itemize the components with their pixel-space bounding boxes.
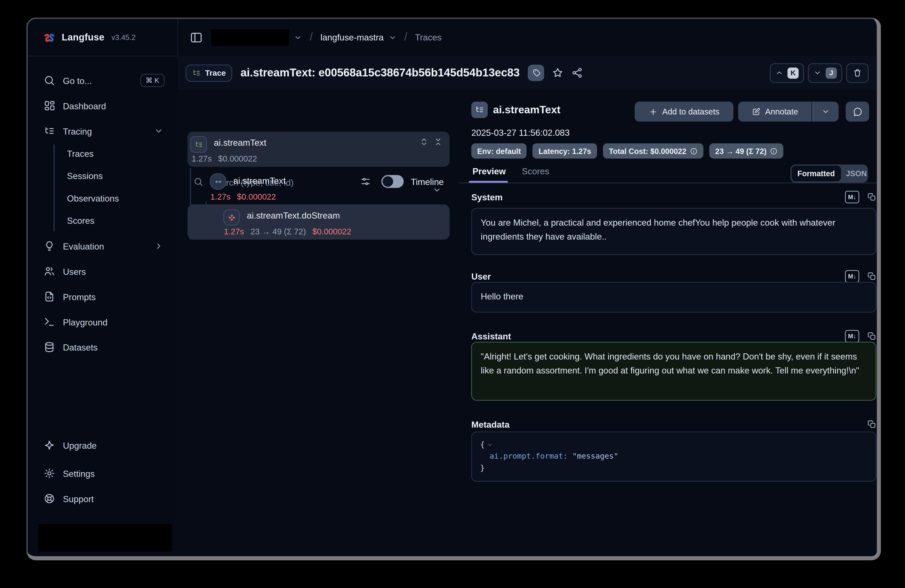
copy-icon[interactable] [867, 192, 876, 201]
section-role-label: System [471, 192, 503, 202]
markdown-toggle-icon[interactable]: M↓ [845, 270, 859, 282]
list-tree-icon [192, 68, 201, 77]
badge-label: Total Cost: $0.000022 [609, 147, 687, 155]
trace-metric-badges: Env: default Latency: 1.27s Total Cost: … [471, 143, 783, 159]
users-icon [44, 265, 56, 277]
list-tree-icon [475, 105, 484, 114]
delete-trace-button[interactable] [846, 63, 868, 82]
sidebar-item-datasets[interactable]: Datasets [35, 337, 171, 358]
json-close-brace: } [480, 463, 485, 472]
fold-all-icon[interactable] [434, 138, 443, 146]
chevron-down-icon [813, 69, 822, 77]
add-to-datasets-label: Add to datasets [662, 107, 719, 116]
edit-pen-icon [752, 107, 761, 116]
total-cost-badge: Total Cost: $0.000022 [603, 143, 703, 159]
tags-button[interactable] [528, 65, 545, 81]
app-window: Langfuse v3.45.2 Go to... ⌘ K Dashboard … [27, 17, 881, 560]
node-cost: $0.000022 [313, 227, 351, 236]
sidebar-item-prompts[interactable]: Prompts [35, 286, 171, 307]
goto-label: Go to... [63, 76, 92, 86]
sidebar-item-label: Traces [67, 148, 94, 158]
lightbulb-icon [44, 240, 56, 252]
prev-trace-button[interactable]: K [770, 63, 804, 82]
latency-badge: Latency: 1.27s [533, 143, 597, 159]
chevron-down-icon [154, 126, 164, 136]
redacted-user-block [38, 524, 172, 552]
chevron-down-icon[interactable] [433, 185, 441, 195]
prev-key-badge: K [788, 67, 799, 78]
format-option-formatted[interactable]: Formatted [792, 166, 841, 181]
markdown-toggle-icon[interactable]: M↓ [845, 191, 859, 203]
json-key: ai.prompt.format: [489, 452, 567, 461]
system-message-text: You are Michel, a practical and experien… [481, 217, 835, 241]
user-message-box: Hello there [471, 282, 876, 312]
star-icon[interactable] [552, 67, 564, 79]
trace-nav-buttons: K J [770, 63, 868, 82]
markdown-toggle-icon[interactable]: M↓ [845, 330, 859, 342]
tree-node-metrics: 1.27s 23 → 49 (Σ 72) $0.000022 [224, 227, 351, 236]
trace-timestamp: 2025-03-27 11:56:02.083 [471, 127, 570, 138]
tree-node-root-trace[interactable]: ai.streamText 1.27s $0.000022 [187, 132, 449, 167]
share-icon[interactable] [571, 67, 583, 79]
chevron-right-icon [154, 241, 164, 251]
system-section-header: System M↓ [471, 190, 876, 203]
tree-node-label: ai.streamText.doStream [247, 210, 340, 220]
sparkle-icon [44, 439, 56, 451]
info-icon[interactable] [690, 147, 697, 155]
tree-node-label: ai.streamText [233, 176, 286, 185]
life-buoy-icon [44, 493, 56, 504]
sidebar-item-playground[interactable]: Playground [35, 311, 171, 332]
chevron-down-icon[interactable] [294, 33, 302, 41]
breadcrumb-project[interactable]: langfuse-mastra [321, 32, 384, 42]
generation-pinwheel-icon [227, 213, 236, 222]
format-option-json[interactable]: JSON [841, 169, 872, 178]
redacted-org-name[interactable] [211, 29, 289, 46]
sidebar-item-users[interactable]: Users [35, 261, 171, 282]
sidebar-item-dashboard[interactable]: Dashboard [35, 95, 171, 116]
trace-type-badge: Trace [186, 64, 232, 81]
tree-node-span[interactable]: ai.streamText 1.27s $0.000022 [187, 169, 449, 204]
chevron-down-icon[interactable] [388, 33, 397, 41]
tabs-divider [459, 182, 876, 183]
copy-icon[interactable] [867, 331, 876, 340]
chevron-up-icon [775, 69, 783, 77]
node-duration: 1.27s [210, 192, 230, 201]
comment-button[interactable] [846, 102, 869, 122]
json-collapse-chevron[interactable] [487, 442, 493, 448]
tree-node-label: ai.streamText [214, 138, 267, 147]
breadcrumb-bar: / langfuse-mastra / Traces [178, 19, 877, 56]
tag-icon [532, 68, 541, 77]
info-icon[interactable] [770, 147, 778, 155]
sidebar-item-upgrade[interactable]: Upgrade [35, 435, 171, 456]
tab-scores[interactable]: Scores [522, 166, 549, 176]
goto-shortcut-badge: ⌘ K [140, 74, 165, 87]
next-trace-button[interactable]: J [808, 63, 842, 82]
sidebar-item-tracing[interactable]: Tracing [35, 120, 171, 141]
tree-node-generation-selected[interactable]: ai.streamText.doStream 1.27s 23 → 49 (Σ … [187, 204, 449, 239]
unfold-all-icon[interactable] [419, 138, 429, 146]
tree-fold-controls [419, 138, 443, 146]
copy-icon[interactable] [867, 271, 876, 280]
sidebar-item-evaluation[interactable]: Evaluation [35, 236, 171, 257]
logo-row: Langfuse v3.45.2 [28, 19, 178, 56]
goto-search-button[interactable]: Go to... ⌘ K [35, 70, 171, 91]
annotate-button[interactable]: Annotate [738, 102, 811, 122]
sidebar-item-label: Upgrade [63, 440, 97, 450]
sidebar-item-support[interactable]: Support [35, 488, 171, 509]
list-tree-icon [194, 140, 203, 149]
tab-preview[interactable]: Preview [472, 166, 506, 176]
copy-icon[interactable] [867, 420, 876, 428]
panel-left-toggle-icon[interactable] [190, 31, 203, 44]
list-tree-icon [44, 125, 56, 137]
metadata-section-header: Metadata [471, 417, 876, 431]
token-usage-badge: 23 → 49 (Σ 72) [709, 143, 784, 159]
sidebar-item-label: Prompts [63, 292, 96, 301]
annotate-dropdown-button[interactable] [812, 102, 839, 122]
sidebar-item-label: Dashboard [63, 101, 106, 111]
breadcrumb-separator: / [404, 30, 407, 43]
sidebar-item-label: Tracing [63, 126, 92, 136]
annotate-label: Annotate [765, 107, 798, 116]
plus-icon [649, 107, 657, 116]
add-to-datasets-button[interactable]: Add to datasets [635, 102, 734, 122]
sidebar-item-settings[interactable]: Settings [35, 463, 171, 484]
